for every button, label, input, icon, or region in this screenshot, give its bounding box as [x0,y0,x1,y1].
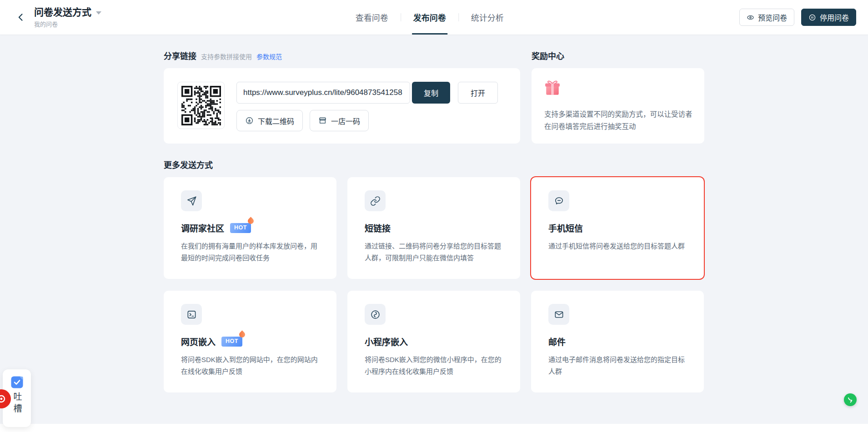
miniprogram-icon [365,304,386,325]
store-code-label: 一店一码 [331,115,360,126]
paper-plane-icon [181,190,202,211]
method-card-description: 在我们的拥有海量用户的样本库发放问卷，用最短的时间完成问卷回收任务 [181,240,319,264]
header-actions: 预览问卷 停用问卷 [739,9,856,26]
share-section-title: 分享链接 [164,50,196,61]
red-logo-badge-icon[interactable] [0,389,11,408]
flame-icon [246,217,255,225]
more-methods-title: 更多发送方式 [164,159,213,170]
preview-survey-button[interactable]: 预览问卷 [739,9,794,26]
method-card[interactable]: 网页嵌入HOT将问卷SDK嵌入到您的网站中，在您的网站内在线化收集用户反馈 [164,291,336,392]
feedback-label: 吐槽 [13,392,21,416]
copy-link-button[interactable]: 复制 [412,82,450,104]
page-title: 问卷发送方式 [34,6,91,18]
method-card-description: 将问卷SDK嵌入到您的网站中，在您的网站内在线化收集用户反馈 [181,354,319,377]
survey-url-input[interactable] [236,82,410,104]
method-card-description: 通过手机短信将问卷发送给您的目标答题人群 [548,240,687,252]
download-qr-button[interactable]: 下载二维码 [236,110,303,131]
open-link-button[interactable]: 打开 [458,82,498,104]
method-card[interactable]: 邮件通过电子邮件消息将问卷发送给您的指定目标人群 [531,291,704,392]
param-spec-link[interactable]: 参数规范 [256,52,282,61]
reward-section: 奖励中心 支持多渠道设置不同的奖励方式，可以让受访者在问卷填答完后进行抽奖互动 [532,35,704,144]
method-card[interactable]: 手机短信通过手机短信将问卷发送给您的目标答题人群 [531,177,704,279]
method-card-description: 通过电子邮件消息将问卷发送给您的指定目标人群 [548,354,687,377]
feedback-widget[interactable]: 吐槽 [3,369,31,427]
method-cards-grid: 调研家社区HOT在我们的拥有海量用户的样本库发放问卷，用最短的时间完成问卷回收任… [164,177,704,392]
reward-center-card[interactable]: 支持多渠道设置不同的奖励方式，可以让受访者在问卷填答完后进行抽奖互动 [532,68,704,144]
method-card-title: 小程序嵌入 [365,335,408,348]
method-card-description: 通过链接、二维码将问卷分享给您的目标答题人群，可限制用户只能在微信内填答 [365,240,503,264]
method-card[interactable]: 短链接通过链接、二维码将问卷分享给您的目标答题人群，可限制用户只能在微信内填答 [347,177,520,279]
link-icon [365,190,386,211]
preview-survey-label: 预览问卷 [758,12,787,23]
share-section: 分享链接 支持参数拼接使用 参数规范 复制 打开 [164,35,520,144]
method-card-description: 将问卷SDK嵌入到您的微信小程序中，在您的小程序内在线化收集用户反馈 [365,354,503,377]
hot-badge-label: HOT [226,338,238,344]
method-card-title: 短链接 [365,222,391,234]
disable-survey-label: 停用问卷 [820,12,849,23]
terminal-icon [181,304,202,325]
eye-icon [747,14,754,21]
method-card-title: 调研家社区 [181,222,224,234]
tab-3[interactable]: 统计分析 [471,0,504,35]
customer-service-button[interactable] [844,393,857,406]
gift-icon [544,80,561,96]
tab-1[interactable]: 查看问卷 [356,0,388,35]
flame-icon [238,330,246,338]
caret-down-icon[interactable] [96,11,101,15]
sms-bubble-icon [548,190,569,211]
chevron-left-icon [16,13,25,22]
page-body: 分享链接 支持参数拼接使用 参数规范 复制 打开 [0,35,868,424]
back-button[interactable] [15,12,26,23]
share-link-card: 复制 打开 下载二维码 一店一码 [164,68,520,144]
pause-circle-icon [808,14,816,21]
hot-badge: HOT [221,337,242,347]
header-left: 问卷发送方式 我的问卷 [15,0,101,35]
share-section-hint: 支持参数拼接使用 [201,52,252,61]
chat-icon [847,396,854,403]
hot-badge-label: HOT [234,224,247,231]
check-square-icon [11,376,23,388]
method-card-title: 邮件 [548,335,566,348]
method-card-title: 手机短信 [548,222,583,234]
tab-2[interactable]: 发布问卷 [413,0,446,35]
download-qr-label: 下载二维码 [258,115,294,126]
tab-divider [458,13,459,21]
header-tabs: 查看问卷发布问卷统计分析 [356,0,504,35]
disable-survey-button[interactable]: 停用问卷 [801,9,856,26]
shop-icon [318,116,327,125]
reward-description: 支持多渠道设置不同的奖励方式，可以让受访者在问卷填答完后进行抽奖互动 [544,109,694,133]
store-code-button[interactable]: 一店一码 [310,110,369,131]
reward-section-title: 奖励中心 [532,50,564,61]
hot-badge: HOT [230,223,251,233]
top-header: 问卷发送方式 我的问卷 查看问卷发布问卷统计分析 预览问卷 停用问卷 [0,0,868,35]
qr-code [177,82,225,129]
breadcrumb: 我的问卷 [34,20,101,28]
download-circle-icon [245,116,254,125]
title-block: 问卷发送方式 我的问卷 [34,6,101,28]
method-card-title: 网页嵌入 [181,335,216,348]
method-card[interactable]: 调研家社区HOT在我们的拥有海量用户的样本库发放问卷，用最短的时间完成问卷回收任… [164,177,336,279]
tab-divider [401,13,401,21]
mail-icon [548,304,569,325]
method-card[interactable]: 小程序嵌入将问卷SDK嵌入到您的微信小程序中，在您的小程序内在线化收集用户反馈 [347,291,520,392]
